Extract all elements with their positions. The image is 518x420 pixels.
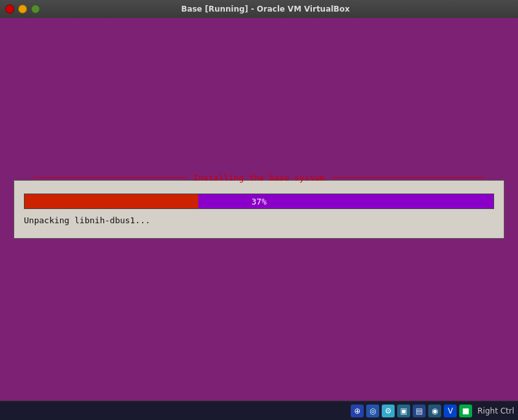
title-line-left [33,177,188,178]
tray-icon-cdrom[interactable]: ◉ [428,405,441,417]
dialog-title-text: Installing the base system [188,173,330,183]
close-button[interactable] [5,5,14,14]
title-line-right [330,177,485,178]
dialog-title-bar: Installing the base system [33,173,485,183]
tray-icon-network[interactable]: ⊕ [351,405,364,417]
install-status-text: Unpacking libnih-dbus1... [24,215,494,225]
vm-display: Installing the base system 37% Unpacking… [0,18,518,401]
right-ctrl-label: Right Ctrl [477,406,514,415]
window-title: Base [Running] - Oracle VM VirtualBox [18,5,513,14]
titlebar: Base [Running] - Oracle VM VirtualBox [0,0,518,18]
tray-icon-usb[interactable]: ⚙ [382,405,395,417]
progress-bar-container: 37% [24,194,494,209]
taskbar: ⊕ ◎ ⚙ ▣ ▤ ◉ V ■ Right Ctrl [0,401,518,420]
tray-icon-sound[interactable]: ◎ [366,405,379,417]
install-dialog: Installing the base system 37% Unpacking… [14,180,504,239]
tray-icon-vbox[interactable]: V [444,405,457,417]
tray-icon-green[interactable]: ■ [459,405,472,417]
progress-label: 37% [25,194,493,210]
tray-icon-harddisk[interactable]: ▤ [413,405,426,417]
tray-icon-display[interactable]: ▣ [397,405,410,417]
